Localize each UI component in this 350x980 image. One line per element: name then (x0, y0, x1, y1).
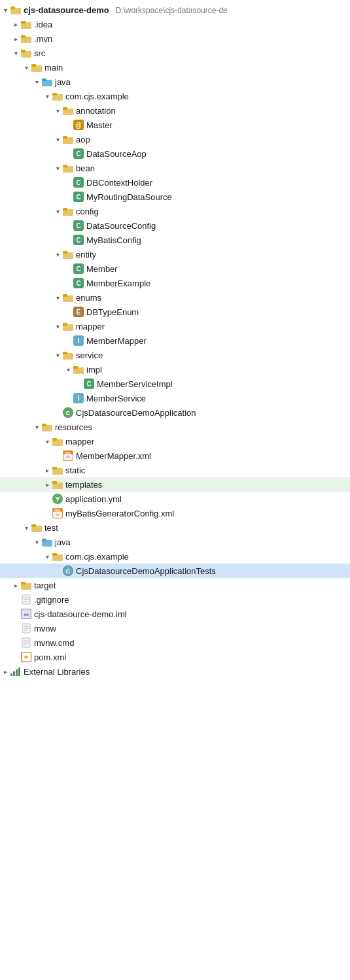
tree-arrow[interactable] (63, 220, 73, 231)
tree-arrow[interactable] (10, 637, 21, 648)
tree-item-java2[interactable]: java (0, 535, 350, 549)
tree-item-enums[interactable]: enums (0, 290, 350, 305)
tree-arrow[interactable] (0, 5, 10, 15)
tree-item-cjs-datasource-demo.iml[interactable]: iml cjs-datasource-demo.iml (0, 607, 350, 621)
tree-arrow[interactable] (63, 278, 73, 288)
svg-rect-1 (10, 7, 15, 9)
tree-item-DBTypeEnum[interactable]: EDBTypeEnum (0, 305, 350, 319)
tree-arrow[interactable] (21, 62, 31, 73)
tree-arrow[interactable] (0, 666, 10, 677)
tree-arrow[interactable] (10, 652, 21, 662)
tree-arrow[interactable] (52, 566, 63, 576)
tree-item-MemberMapper[interactable]: IMemberMapper (0, 333, 350, 348)
tree-item-main[interactable]: main (0, 60, 350, 75)
file-tree[interactable]: cjs-datasource-demo D:\workspace\cjs-dat… (0, 0, 350, 681)
tree-item-mapper[interactable]: mapper (0, 319, 350, 333)
tree-item-root[interactable]: cjs-datasource-demo D:\workspace\cjs-dat… (0, 3, 350, 17)
tree-arrow[interactable] (10, 48, 21, 58)
tree-arrow[interactable] (63, 393, 73, 403)
tree-item-MemberService[interactable]: IMemberService (0, 391, 350, 405)
tree-arrow[interactable] (63, 335, 73, 346)
tree-item-resources[interactable]: resources (0, 420, 350, 434)
tree-arrow[interactable] (42, 494, 52, 504)
tree-arrow[interactable] (52, 105, 63, 116)
tree-item-mvnw[interactable]: mvnw (0, 621, 350, 635)
tree-arrow[interactable] (63, 177, 73, 188)
tree-arrow[interactable] (63, 235, 73, 245)
tree-arrow[interactable] (31, 422, 42, 432)
tree-item-entity[interactable]: entity (0, 247, 350, 262)
tree-arrow[interactable] (10, 19, 21, 29)
tree-arrow[interactable] (42, 465, 52, 475)
tree-arrow[interactable] (52, 321, 63, 331)
tree-item-External Libraries[interactable]: External Libraries (0, 664, 350, 679)
tree-arrow[interactable] (63, 148, 73, 159)
tree-item-Master[interactable]: @Master (0, 118, 350, 132)
tree-item-.gitignore[interactable]: .gitignore (0, 592, 350, 607)
tree-arrow[interactable] (10, 33, 21, 44)
tree-arrow[interactable] (10, 609, 21, 619)
tree-item-src[interactable]: src (0, 46, 350, 60)
tree-item-mvnw.cmd[interactable]: mvnw.cmd (0, 635, 350, 650)
tree-arrow[interactable] (42, 508, 52, 518)
tree-arrow[interactable] (21, 522, 31, 533)
class-icon: C (73, 263, 84, 274)
tree-arrow[interactable] (52, 163, 63, 173)
tree-item-impl[interactable]: impl (0, 362, 350, 377)
tree-arrow[interactable] (63, 120, 73, 130)
tree-item-service[interactable]: service (0, 348, 350, 362)
tree-arrow[interactable] (52, 206, 63, 216)
tree-item-com.cjs.example2[interactable]: com.cjs.example (0, 549, 350, 564)
tree-arrow[interactable] (63, 364, 73, 375)
tree-arrow[interactable] (52, 350, 63, 360)
tree-item-annotation[interactable]: annotation (0, 103, 350, 118)
tree-item-pom.xml[interactable]: m pom.xml (0, 650, 350, 664)
tree-item-CjsDatasourceDemoApplication[interactable]: C CjsDatasourceDemoApplication (0, 405, 350, 420)
tree-item-templates[interactable]: templates (0, 477, 350, 492)
tree-item-aop[interactable]: aop (0, 132, 350, 146)
tree-arrow[interactable] (31, 76, 42, 87)
tree-arrow[interactable] (63, 192, 73, 202)
tree-item-mapper2[interactable]: mapper (0, 434, 350, 448)
tree-arrow[interactable] (63, 263, 73, 274)
tree-arrow[interactable] (42, 436, 52, 447)
tree-arrow[interactable] (52, 407, 63, 418)
tree-item-target[interactable]: target (0, 578, 350, 592)
tree-arrow[interactable] (10, 623, 21, 634)
tree-item-DataSourceAop[interactable]: CDataSourceAop (0, 146, 350, 161)
tree-item-DBContextHolder[interactable]: CDBContextHolder (0, 175, 350, 190)
tree-arrow[interactable] (52, 134, 63, 144)
tree-item-test[interactable]: test (0, 520, 350, 535)
tree-arrow[interactable] (73, 379, 84, 389)
tree-item-java[interactable]: java (0, 75, 350, 89)
tree-arrow[interactable] (42, 479, 52, 490)
tree-item-com.cjs.example[interactable]: com.cjs.example (0, 89, 350, 103)
tree-item-MyBatisConfig[interactable]: CMyBatisConfig (0, 233, 350, 247)
tree-item-MemberMapper.xml[interactable]: XML </> MemberMapper.xml (0, 448, 350, 463)
tree-item-DataSourceConfig[interactable]: CDataSourceConfig (0, 218, 350, 233)
tree-item-MyRoutingDataSource[interactable]: CMyRoutingDataSource (0, 190, 350, 204)
tree-item-bean[interactable]: bean (0, 161, 350, 175)
tree-item-MemberExample[interactable]: CMemberExample (0, 276, 350, 290)
tree-arrow[interactable] (10, 580, 21, 590)
svg-text:m: m (24, 655, 27, 659)
tree-item-myBatisGeneratorConfig.xml[interactable]: XML </> myBatisGeneratorConfig.xml (0, 506, 350, 520)
tree-arrow[interactable] (52, 450, 63, 461)
tree-item-idea[interactable]: .idea (0, 17, 350, 31)
folder-icon (42, 78, 52, 86)
tree-arrow[interactable] (52, 292, 63, 303)
tree-arrow[interactable] (42, 91, 52, 101)
tree-item-CjsDatasourceDemoApplicationTests[interactable]: C CjsDatasourceDemoApplicationTests (0, 564, 350, 578)
tree-item-application.yml[interactable]: application.yml (0, 492, 350, 506)
tree-arrow[interactable] (42, 551, 52, 562)
tree-item-config[interactable]: config (0, 204, 350, 218)
tree-arrow[interactable] (63, 307, 73, 317)
annotation-icon: @ (73, 120, 84, 130)
tree-item-MemberServiceImpl[interactable]: CMemberServiceImpl (0, 377, 350, 391)
tree-item-static[interactable]: static (0, 463, 350, 477)
tree-arrow[interactable] (52, 249, 63, 260)
tree-arrow[interactable] (10, 594, 21, 605)
tree-arrow[interactable] (31, 537, 42, 547)
tree-item-mvn[interactable]: .mvn (0, 31, 350, 46)
tree-item-Member[interactable]: CMember (0, 262, 350, 276)
